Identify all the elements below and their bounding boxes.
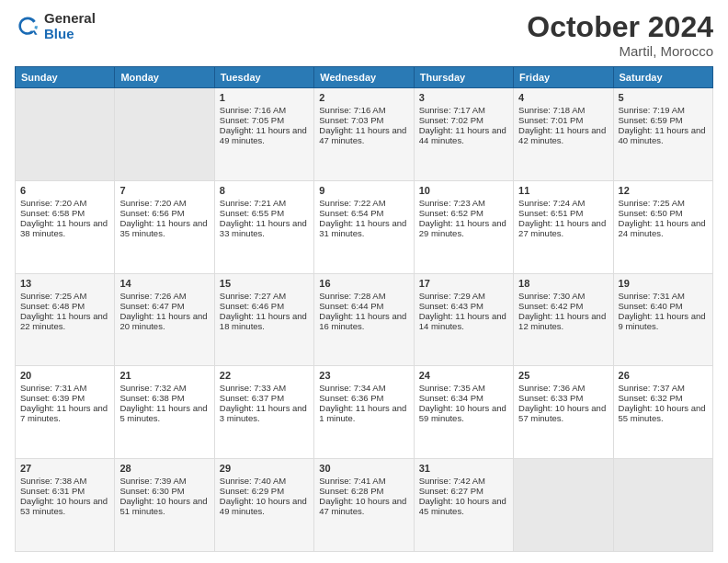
day-cell: 30Sunrise: 7:41 AMSunset: 6:28 PMDayligh…	[314, 459, 414, 552]
sunrise-text: Sunrise: 7:25 AM	[20, 291, 86, 301]
logo: General Blue	[15, 11, 96, 41]
sunrise-text: Sunrise: 7:39 AM	[119, 476, 186, 486]
day-cell: 18Sunrise: 7:30 AMSunset: 6:42 PMDayligh…	[514, 273, 613, 366]
daylight-text: Daylight: 11 hours and 5 minutes.	[119, 403, 207, 423]
sunrise-text: Sunrise: 7:24 AM	[518, 198, 585, 208]
week-row-0: 1Sunrise: 7:16 AMSunset: 7:05 PMDaylight…	[16, 88, 713, 181]
day-cell: 29Sunrise: 7:40 AMSunset: 6:29 PMDayligh…	[214, 459, 313, 552]
day-cell	[16, 88, 115, 181]
daylight-text: Daylight: 11 hours and 31 minutes.	[319, 218, 406, 238]
day-cell: 7Sunrise: 7:20 AMSunset: 6:56 PMDaylight…	[115, 180, 214, 273]
daylight-text: Daylight: 11 hours and 24 minutes.	[619, 218, 706, 238]
daylight-text: Daylight: 10 hours and 51 minutes.	[119, 496, 207, 516]
sunset-text: Sunset: 6:42 PM	[518, 301, 583, 311]
day-number: 17	[419, 278, 508, 289]
day-number: 29	[220, 463, 309, 474]
daylight-text: Daylight: 11 hours and 20 minutes.	[119, 311, 207, 331]
day-cell: 19Sunrise: 7:31 AMSunset: 6:40 PMDayligh…	[613, 273, 712, 366]
daylight-text: Daylight: 11 hours and 33 minutes.	[220, 218, 307, 238]
sunrise-text: Sunrise: 7:16 AM	[220, 105, 286, 115]
daylight-text: Daylight: 11 hours and 44 minutes.	[419, 125, 506, 145]
day-number: 14	[119, 278, 209, 289]
day-cell: 1Sunrise: 7:16 AMSunset: 7:05 PMDaylight…	[214, 88, 313, 181]
sunset-text: Sunset: 6:52 PM	[419, 208, 483, 218]
title-block: October 2024 Martil, Morocco	[527, 11, 713, 59]
day-number: 7	[119, 185, 209, 196]
location: Martil, Morocco	[527, 43, 713, 59]
day-number: 28	[119, 463, 209, 474]
sunset-text: Sunset: 6:33 PM	[518, 393, 583, 403]
day-cell: 9Sunrise: 7:22 AMSunset: 6:54 PMDaylight…	[314, 180, 414, 273]
sunrise-text: Sunrise: 7:28 AM	[319, 291, 385, 301]
day-cell: 24Sunrise: 7:35 AMSunset: 6:34 PMDayligh…	[414, 366, 513, 459]
sunset-text: Sunset: 6:30 PM	[119, 486, 184, 496]
month-title: October 2024	[527, 11, 713, 43]
sunset-text: Sunset: 6:46 PM	[220, 301, 284, 311]
daylight-text: Daylight: 11 hours and 12 minutes.	[518, 311, 606, 331]
daylight-text: Daylight: 11 hours and 27 minutes.	[518, 218, 606, 238]
day-number: 2	[319, 92, 408, 103]
day-number: 6	[20, 185, 109, 196]
sunset-text: Sunset: 6:59 PM	[619, 115, 683, 125]
sunrise-text: Sunrise: 7:33 AM	[220, 383, 286, 393]
day-number: 31	[419, 463, 508, 474]
day-number: 4	[518, 92, 608, 103]
day-cell: 13Sunrise: 7:25 AMSunset: 6:48 PMDayligh…	[16, 273, 115, 366]
sunset-text: Sunset: 6:47 PM	[119, 301, 184, 311]
day-number: 13	[20, 278, 109, 289]
col-friday: Friday	[514, 67, 613, 88]
sunset-text: Sunset: 6:54 PM	[319, 208, 383, 218]
sunset-text: Sunset: 6:56 PM	[119, 208, 184, 218]
sunset-text: Sunset: 6:58 PM	[20, 208, 85, 218]
col-wednesday: Wednesday	[314, 67, 414, 88]
day-cell: 12Sunrise: 7:25 AMSunset: 6:50 PMDayligh…	[613, 180, 712, 273]
sunset-text: Sunset: 6:37 PM	[220, 393, 284, 403]
day-cell: 5Sunrise: 7:19 AMSunset: 6:59 PMDaylight…	[613, 88, 712, 181]
day-number: 1	[220, 92, 309, 103]
day-number: 16	[319, 278, 408, 289]
daylight-text: Daylight: 10 hours and 47 minutes.	[319, 496, 406, 516]
header: General Blue October 2024 Martil, Morocc…	[15, 11, 713, 59]
sunset-text: Sunset: 6:32 PM	[619, 393, 683, 403]
sunset-text: Sunset: 6:28 PM	[319, 486, 383, 496]
sunrise-text: Sunrise: 7:25 AM	[619, 198, 685, 208]
sunset-text: Sunset: 6:44 PM	[319, 301, 383, 311]
week-row-2: 13Sunrise: 7:25 AMSunset: 6:48 PMDayligh…	[16, 273, 713, 366]
sunrise-text: Sunrise: 7:40 AM	[220, 476, 286, 486]
daylight-text: Daylight: 11 hours and 47 minutes.	[319, 125, 406, 145]
day-cell: 10Sunrise: 7:23 AMSunset: 6:52 PMDayligh…	[414, 180, 513, 273]
day-cell	[613, 459, 712, 552]
sunset-text: Sunset: 6:36 PM	[319, 393, 383, 403]
week-row-4: 27Sunrise: 7:38 AMSunset: 6:31 PMDayligh…	[16, 459, 713, 552]
sunrise-text: Sunrise: 7:36 AM	[518, 383, 585, 393]
calendar-table: Sunday Monday Tuesday Wednesday Thursday…	[15, 66, 713, 552]
day-cell: 2Sunrise: 7:16 AMSunset: 7:03 PMDaylight…	[314, 88, 414, 181]
sunrise-text: Sunrise: 7:42 AM	[419, 476, 485, 486]
sunset-text: Sunset: 7:03 PM	[319, 115, 383, 125]
daylight-text: Daylight: 11 hours and 40 minutes.	[619, 125, 706, 145]
day-number: 21	[119, 370, 209, 381]
day-number: 25	[518, 370, 608, 381]
day-number: 23	[319, 370, 408, 381]
sunrise-text: Sunrise: 7:20 AM	[20, 198, 86, 208]
sunrise-text: Sunrise: 7:41 AM	[319, 476, 385, 486]
day-number: 5	[619, 92, 708, 103]
day-cell: 6Sunrise: 7:20 AMSunset: 6:58 PMDaylight…	[16, 180, 115, 273]
col-sunday: Sunday	[16, 67, 115, 88]
sunrise-text: Sunrise: 7:38 AM	[20, 476, 86, 486]
day-cell: 11Sunrise: 7:24 AMSunset: 6:51 PMDayligh…	[514, 180, 613, 273]
daylight-text: Daylight: 11 hours and 29 minutes.	[419, 218, 506, 238]
col-saturday: Saturday	[613, 67, 712, 88]
day-cell: 8Sunrise: 7:21 AMSunset: 6:55 PMDaylight…	[214, 180, 313, 273]
day-cell	[514, 459, 613, 552]
week-row-3: 20Sunrise: 7:31 AMSunset: 6:39 PMDayligh…	[16, 366, 713, 459]
sunrise-text: Sunrise: 7:34 AM	[319, 383, 385, 393]
header-row: Sunday Monday Tuesday Wednesday Thursday…	[16, 67, 713, 88]
sunset-text: Sunset: 6:31 PM	[20, 486, 85, 496]
logo-icon	[15, 14, 40, 40]
daylight-text: Daylight: 11 hours and 18 minutes.	[220, 311, 307, 331]
day-cell: 28Sunrise: 7:39 AMSunset: 6:30 PMDayligh…	[115, 459, 214, 552]
logo-text: General Blue	[44, 11, 96, 41]
sunrise-text: Sunrise: 7:17 AM	[419, 105, 485, 115]
sunrise-text: Sunrise: 7:16 AM	[319, 105, 385, 115]
